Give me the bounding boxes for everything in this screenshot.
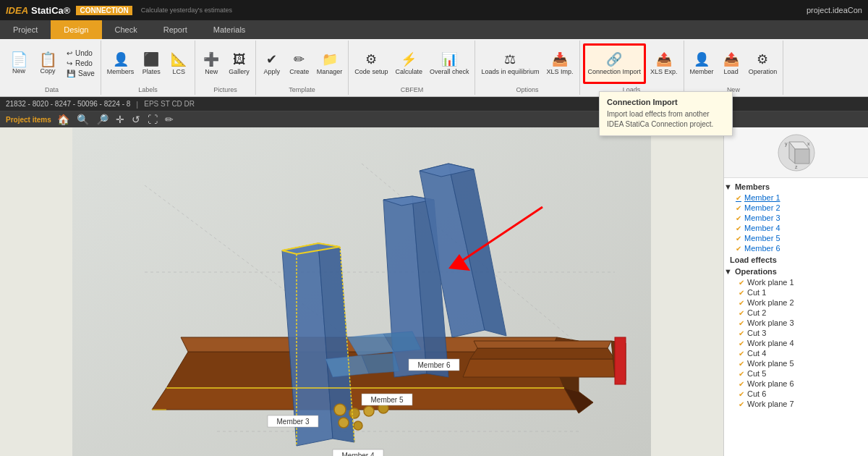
new-operation-label: Operation	[749, 68, 778, 75]
tree-work-plane-2[interactable]: ✔ Work plane 2	[724, 297, 868, 308]
xls-import-button[interactable]: 📥 XLS Imp.	[544, 43, 576, 84]
tree-cut-5[interactable]: ✔ Cut 5	[724, 368, 868, 379]
home-icon[interactable]: 🏠	[56, 112, 71, 127]
new-button[interactable]: 📄 New	[6, 43, 32, 84]
tree-member-2[interactable]: ✔ Member 2	[724, 203, 868, 213]
tree-cut-4[interactable]: ✔ Cut 4	[724, 348, 868, 358]
save-button[interactable]: 💾 Save	[64, 69, 98, 78]
tree-member-5[interactable]: ✔ Member 5	[724, 233, 868, 243]
connection-import-button[interactable]: 🔗 Connection Import	[583, 43, 647, 84]
new-operation-button[interactable]: ⚙ Operation	[746, 43, 780, 84]
pictures-buttons: ➕ New 🖼 Gallery	[198, 42, 252, 85]
members-button[interactable]: 👤 Members	[104, 43, 137, 84]
redo-button[interactable]: ↪ Redo	[64, 59, 98, 68]
svg-text:z: z	[795, 164, 798, 169]
calculate-button[interactable]: ⚡ Calculate	[392, 43, 425, 84]
cut5-label: Cut 5	[747, 369, 766, 378]
right-panel: x y z ▼ Members ✔ Member 1 ✔ Member 2 ✔	[723, 127, 868, 456]
tooltip-popup: Connection Import Import load effects fr…	[599, 91, 733, 136]
new-picture-button[interactable]: ➕ New	[198, 43, 224, 84]
tree-work-plane-5[interactable]: ✔ Work plane 5	[724, 358, 868, 368]
tree-member-4[interactable]: ✔ Member 4	[724, 223, 868, 233]
tree-panel: ▼ Members ✔ Member 1 ✔ Member 2 ✔ Member…	[724, 178, 868, 456]
wp5-label: Work plane 5	[747, 359, 794, 368]
plates-button[interactable]: ⬛ Plates	[138, 43, 164, 84]
tab-design[interactable]: Design	[51, 20, 101, 39]
tree-work-plane-3[interactable]: ✔ Work plane 3	[724, 318, 868, 328]
svg-marker-55	[795, 149, 809, 164]
plates-label: Plates	[142, 68, 161, 75]
overall-check-button[interactable]: 📊 Overall check	[427, 43, 472, 84]
tab-project[interactable]: Project	[0, 20, 51, 39]
loads-equilibrium-button[interactable]: ⚖ Loads in equilibrium	[478, 43, 542, 84]
tree-work-plane-6[interactable]: ✔ Work plane 6	[724, 379, 868, 389]
tree-member-6[interactable]: ✔ Member 6	[724, 243, 868, 253]
orientation-cube[interactable]: x y z	[775, 131, 818, 174]
member-4-check: ✔	[736, 224, 741, 232]
operations-collapse-icon: ▼	[724, 267, 732, 276]
tree-members-header[interactable]: ▼ Members	[724, 181, 868, 193]
wp1-check: ✔	[739, 279, 744, 287]
manager-button[interactable]: 📁 Manager	[314, 43, 346, 84]
tree-work-plane-1[interactable]: ✔ Work plane 1	[724, 277, 868, 287]
viewport[interactable]: Member 1 Member 3 Member 4 Member 5 Memb…	[0, 127, 723, 456]
search-small-icon[interactable]: 🔍	[75, 112, 90, 127]
tree-operations-header[interactable]: ▼ Operations	[724, 266, 868, 277]
tree-cut-6[interactable]: ✔ Cut 6	[724, 389, 868, 399]
new-load-button[interactable]: 📤 Load	[718, 43, 744, 84]
tab-check[interactable]: Check	[102, 20, 150, 39]
new-label: New	[12, 67, 25, 75]
project-name: project.ideaCon	[807, 6, 862, 14]
add-icon[interactable]: ✛	[114, 112, 126, 127]
frame-icon[interactable]: ⛶	[146, 112, 159, 127]
wp3-check: ✔	[739, 319, 744, 327]
template-group-label: Template	[259, 86, 346, 93]
tree-member-3[interactable]: ✔ Member 3	[724, 213, 868, 223]
wp1-label: Work plane 1	[747, 278, 794, 287]
save-label: Save	[78, 69, 95, 77]
svg-marker-27	[326, 355, 369, 377]
options-buttons: ⚖ Loads in equilibrium 📥 XLS Imp.	[478, 42, 576, 85]
edit-icon[interactable]: ✏	[163, 112, 175, 127]
code-setup-button[interactable]: ⚙ Code setup	[352, 43, 391, 84]
member-5-label: Member 5	[744, 234, 780, 242]
gallery-button[interactable]: 🖼 Gallery	[226, 43, 252, 84]
ribbon-data-label: Data	[6, 86, 98, 93]
logo-connection: CONNECTION	[76, 6, 132, 15]
cut5-check: ✔	[739, 370, 744, 378]
cube-nav[interactable]: x y z	[724, 127, 868, 178]
member-5-check: ✔	[736, 235, 741, 242]
tree-work-plane-4[interactable]: ✔ Work plane 4	[724, 338, 868, 348]
undo-icon: ↩	[67, 49, 72, 57]
refresh-icon[interactable]: ↺	[130, 112, 142, 127]
options-group-label: Options	[478, 86, 576, 93]
copy-button[interactable]: 📋 Copy	[35, 43, 61, 84]
tree-cut-1[interactable]: ✔ Cut 1	[724, 287, 868, 297]
ribbon-tabs: Project Design Check Report Materials	[0, 20, 868, 39]
tree-cut-2[interactable]: ✔ Cut 2	[724, 308, 868, 318]
new-member-button[interactable]: 👤 Member	[687, 43, 717, 84]
tab-report[interactable]: Report	[150, 20, 200, 39]
xls-export-button[interactable]: 📤 XLS Exp.	[647, 43, 681, 84]
labels-buttons: 👤 Members ⬛ Plates 📐 LCS	[104, 42, 192, 85]
lcs-button[interactable]: 📐 LCS	[166, 43, 192, 84]
wp7-check: ✔	[739, 400, 744, 408]
ribbon-group-loads: 🔗 Connection Import 📤 XLS Exp. Loads	[580, 41, 684, 95]
cut4-check: ✔	[739, 350, 744, 358]
tooltip-title: Connection Import	[607, 98, 725, 106]
apply-button[interactable]: ✔ Apply	[259, 43, 285, 84]
tooltip-body: Import load effects from another IDEA St…	[607, 109, 725, 130]
redo-label: Redo	[75, 59, 93, 67]
ribbon-group-options: ⚖ Loads in equilibrium 📥 XLS Imp. Option…	[475, 41, 579, 95]
tree-cut-3[interactable]: ✔ Cut 3	[724, 328, 868, 338]
new-load-label: Load	[724, 68, 739, 75]
undo-button[interactable]: ↩ Undo	[64, 48, 98, 58]
cut6-label: Cut 6	[747, 389, 766, 398]
create-button[interactable]: ✏ Create	[286, 43, 312, 84]
tab-materials[interactable]: Materials	[200, 20, 259, 39]
zoom-icon[interactable]: 🔎	[95, 112, 110, 127]
tree-work-plane-7[interactable]: ✔ Work plane 7	[724, 399, 868, 409]
tree-member-1[interactable]: ✔ Member 1	[724, 193, 868, 203]
svg-marker-11	[463, 359, 622, 377]
svg-marker-13	[474, 341, 611, 348]
